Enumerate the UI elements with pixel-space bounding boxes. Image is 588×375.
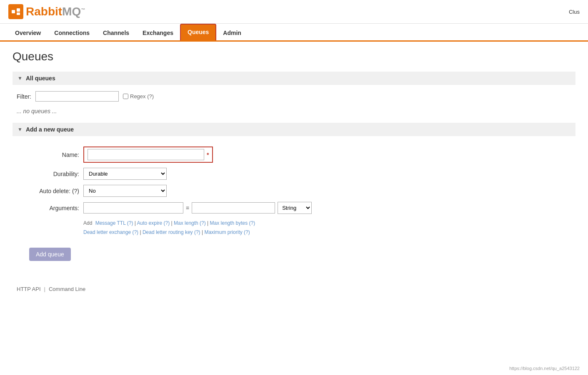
add-queue-button[interactable]: Add queue (29, 248, 71, 261)
queue-name-input[interactable] (88, 149, 204, 160)
main-content: Queues ▼ All queues Filter: Regex (?) ..… (0, 42, 588, 305)
name-label: Name: (25, 151, 79, 158)
name-row: Name: * (25, 147, 563, 163)
add-dead-letter-routing-key-link[interactable]: Dead letter routing key (?) (143, 229, 200, 235)
logo-tm: ™ (81, 7, 85, 12)
durability-select[interactable]: Durable Transient (83, 168, 167, 180)
nav-item-connections[interactable]: Connections (48, 25, 96, 40)
add-queue-form: Name: * Durability: Durable Transient Au… (13, 142, 575, 269)
arguments-label: Arguments: (25, 205, 79, 211)
auto-delete-label: Auto delete: (?) (25, 188, 79, 194)
nav-item-admin[interactable]: Admin (216, 25, 248, 40)
nav-item-queues[interactable]: Queues (180, 24, 216, 40)
argument-key-input[interactable] (83, 202, 183, 214)
add-queue-section-title: Add a new queue (26, 126, 74, 133)
add-queue-button-row: Add queue (25, 243, 563, 261)
cluster-info: Clus (569, 9, 580, 15)
logo-mq-text: MQ™ (62, 5, 85, 18)
command-line-link[interactable]: Command Line (49, 286, 85, 292)
regex-checkbox-label[interactable]: Regex (?) (123, 93, 154, 99)
regex-label-text: Regex (?) (130, 93, 154, 99)
add-message-ttl-link[interactable]: Message TTL (?) (95, 220, 133, 226)
add-max-length-bytes-link[interactable]: Max length bytes (?) (210, 220, 255, 226)
logo: RabbitMQ™ (8, 4, 85, 19)
footer-separator: | (44, 286, 45, 292)
nav-item-exchanges[interactable]: Exchanges (136, 25, 180, 40)
required-star: * (207, 151, 209, 158)
page-title: Queues (13, 50, 575, 63)
argument-value-input[interactable] (192, 202, 275, 214)
add-link-prefix: Add (83, 220, 92, 226)
arg-equals-sign: = (186, 205, 189, 211)
add-dead-letter-exchange-link[interactable]: Dead letter exchange (?) (83, 229, 138, 235)
all-queues-section-header[interactable]: ▼ All queues (13, 72, 575, 85)
all-queues-section-title: All queues (26, 75, 55, 82)
regex-checkbox[interactable] (123, 94, 128, 99)
arguments-row: Arguments: = String Number Boolean List (25, 202, 563, 214)
add-maximum-priority-link[interactable]: Maximum priority (?) (204, 229, 250, 235)
header: RabbitMQ™ Clus (0, 0, 588, 24)
durability-label: Durability: (25, 171, 79, 177)
add-max-length-link[interactable]: Max length (?) (174, 220, 206, 226)
add-queue-section-header[interactable]: ▼ Add a new queue (13, 123, 575, 136)
add-queue-arrow-icon: ▼ (18, 127, 23, 132)
arguments-inputs: = String Number Boolean List (83, 202, 312, 214)
footer-links: HTTP API | Command Line (13, 282, 575, 296)
name-field-wrapper: * (83, 147, 213, 163)
no-queues-text: ... no queues ... (13, 108, 575, 114)
nav-item-overview[interactable]: Overview (8, 25, 48, 40)
nav-item-channels[interactable]: Channels (96, 25, 136, 40)
logo-icon (8, 4, 23, 19)
durability-row: Durability: Durable Transient (25, 168, 563, 180)
http-api-link[interactable]: HTTP API (17, 286, 41, 292)
filter-label: Filter: (17, 93, 31, 100)
main-nav: Overview Connections Channels Exchanges … (0, 24, 588, 42)
svg-rect-0 (12, 10, 15, 13)
argument-links: Add Message TTL (?) | Auto expire (?) | … (25, 219, 563, 237)
logo-rabbit-text: Rabbit (26, 5, 62, 18)
all-queues-arrow-icon: ▼ (18, 75, 23, 81)
auto-delete-select[interactable]: No Yes (83, 185, 167, 197)
filter-input[interactable] (35, 91, 119, 102)
auto-delete-row: Auto delete: (?) No Yes (25, 185, 563, 197)
argument-type-select[interactable]: String Number Boolean List (278, 202, 312, 214)
svg-rect-2 (17, 12, 20, 15)
add-auto-expire-link[interactable]: Auto expire (?) (137, 220, 170, 226)
svg-rect-1 (17, 8, 20, 12)
filter-row: Filter: Regex (?) (13, 91, 575, 102)
